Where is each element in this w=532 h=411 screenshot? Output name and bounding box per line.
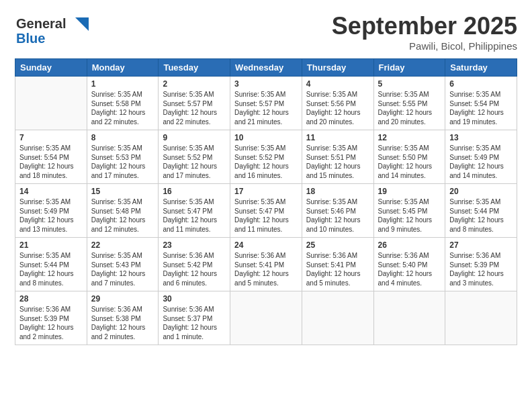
day-info: Sunrise: 5:35 AM Sunset: 5:44 PM Dayligh…	[19, 251, 83, 287]
title-block: September 2025 Pawili, Bicol, Philippine…	[332, 12, 517, 52]
day-info: Sunrise: 5:35 AM Sunset: 5:50 PM Dayligh…	[378, 144, 441, 180]
day-header-sunday: Sunday	[15, 59, 87, 77]
logo-svg: General Blue	[15, 12, 95, 47]
calendar-cell: 3Sunrise: 5:35 AM Sunset: 5:57 PM Daylig…	[230, 77, 302, 130]
calendar-cell: 27Sunrise: 5:36 AM Sunset: 5:39 PM Dayli…	[445, 238, 517, 291]
day-number: 3	[234, 79, 298, 89]
logo: General Blue	[15, 12, 95, 50]
calendar-cell: 9Sunrise: 5:35 AM Sunset: 5:52 PM Daylig…	[159, 130, 230, 184]
week-row-2: 7Sunrise: 5:35 AM Sunset: 5:54 PM Daylig…	[15, 130, 517, 184]
calendar-cell	[15, 77, 87, 130]
day-header-saturday: Saturday	[445, 59, 517, 77]
day-info: Sunrise: 5:36 AM Sunset: 5:40 PM Dayligh…	[378, 251, 441, 287]
svg-text:General: General	[16, 16, 66, 31]
week-row-4: 21Sunrise: 5:35 AM Sunset: 5:44 PM Dayli…	[15, 238, 517, 291]
calendar-cell: 5Sunrise: 5:35 AM Sunset: 5:55 PM Daylig…	[373, 77, 445, 130]
calendar-cell: 7Sunrise: 5:35 AM Sunset: 5:54 PM Daylig…	[15, 130, 87, 184]
day-header-tuesday: Tuesday	[159, 59, 230, 77]
day-number: 9	[163, 133, 226, 142]
week-row-3: 14Sunrise: 5:35 AM Sunset: 5:49 PM Dayli…	[15, 184, 517, 238]
day-info: Sunrise: 5:36 AM Sunset: 5:38 PM Dayligh…	[91, 305, 154, 341]
day-number: 30	[163, 294, 226, 304]
day-info: Sunrise: 5:35 AM Sunset: 5:46 PM Dayligh…	[306, 197, 369, 234]
day-info: Sunrise: 5:36 AM Sunset: 5:39 PM Dayligh…	[19, 305, 83, 341]
calendar-cell: 11Sunrise: 5:35 AM Sunset: 5:51 PM Dayli…	[302, 130, 373, 184]
header: General Blue September 2025 Pawili, Bico…	[15, 12, 517, 52]
day-info: Sunrise: 5:35 AM Sunset: 5:49 PM Dayligh…	[449, 144, 513, 180]
day-info: Sunrise: 5:35 AM Sunset: 5:52 PM Dayligh…	[163, 144, 226, 180]
day-number: 14	[19, 187, 83, 196]
day-header-wednesday: Wednesday	[230, 59, 302, 77]
day-info: Sunrise: 5:35 AM Sunset: 5:54 PM Dayligh…	[449, 90, 513, 126]
day-number: 22	[91, 240, 154, 250]
day-number: 16	[163, 187, 226, 196]
day-number: 24	[234, 240, 298, 250]
day-number: 8	[91, 133, 154, 142]
day-number: 27	[449, 240, 513, 250]
calendar-cell: 10Sunrise: 5:35 AM Sunset: 5:52 PM Dayli…	[230, 130, 302, 184]
day-info: Sunrise: 5:35 AM Sunset: 5:53 PM Dayligh…	[91, 144, 154, 180]
day-number: 28	[19, 294, 83, 304]
day-info: Sunrise: 5:35 AM Sunset: 5:47 PM Dayligh…	[163, 197, 226, 234]
day-number: 19	[378, 187, 441, 196]
day-info: Sunrise: 5:35 AM Sunset: 5:58 PM Dayligh…	[91, 90, 154, 126]
day-number: 15	[91, 187, 154, 196]
page: General Blue September 2025 Pawili, Bico…	[0, 0, 532, 411]
day-header-thursday: Thursday	[302, 59, 373, 77]
day-number: 20	[449, 187, 513, 196]
calendar-cell	[373, 291, 445, 345]
subtitle: Pawili, Bicol, Philippines	[332, 40, 517, 52]
day-info: Sunrise: 5:35 AM Sunset: 5:54 PM Dayligh…	[19, 144, 83, 180]
day-number: 10	[234, 133, 298, 142]
week-row-5: 28Sunrise: 5:36 AM Sunset: 5:39 PM Dayli…	[15, 291, 517, 345]
day-info: Sunrise: 5:35 AM Sunset: 5:48 PM Dayligh…	[91, 197, 154, 234]
calendar-cell: 6Sunrise: 5:35 AM Sunset: 5:54 PM Daylig…	[445, 77, 517, 130]
calendar-cell: 15Sunrise: 5:35 AM Sunset: 5:48 PM Dayli…	[87, 184, 159, 238]
svg-marker-1	[75, 17, 89, 31]
day-number: 5	[378, 79, 441, 89]
day-number: 11	[306, 133, 369, 142]
day-number: 23	[163, 240, 226, 250]
calendar-cell: 22Sunrise: 5:35 AM Sunset: 5:43 PM Dayli…	[87, 238, 159, 291]
day-info: Sunrise: 5:35 AM Sunset: 5:44 PM Dayligh…	[449, 197, 513, 234]
day-number: 13	[449, 133, 513, 142]
calendar-cell: 19Sunrise: 5:35 AM Sunset: 5:45 PM Dayli…	[373, 184, 445, 238]
day-number: 4	[306, 79, 369, 89]
calendar-cell: 1Sunrise: 5:35 AM Sunset: 5:58 PM Daylig…	[87, 77, 159, 130]
calendar-cell: 8Sunrise: 5:35 AM Sunset: 5:53 PM Daylig…	[87, 130, 159, 184]
day-info: Sunrise: 5:36 AM Sunset: 5:39 PM Dayligh…	[449, 251, 513, 287]
calendar-cell	[230, 291, 302, 345]
day-number: 26	[378, 240, 441, 250]
calendar-cell: 21Sunrise: 5:35 AM Sunset: 5:44 PM Dayli…	[15, 238, 87, 291]
calendar-cell: 23Sunrise: 5:36 AM Sunset: 5:42 PM Dayli…	[159, 238, 230, 291]
day-info: Sunrise: 5:36 AM Sunset: 5:41 PM Dayligh…	[306, 251, 369, 287]
day-number: 18	[306, 187, 369, 196]
day-number: 1	[91, 79, 154, 89]
calendar-cell: 29Sunrise: 5:36 AM Sunset: 5:38 PM Dayli…	[87, 291, 159, 345]
day-info: Sunrise: 5:35 AM Sunset: 5:56 PM Dayligh…	[306, 90, 369, 126]
day-number: 25	[306, 240, 369, 250]
svg-text:Blue: Blue	[16, 31, 45, 46]
calendar-cell	[302, 291, 373, 345]
day-number: 21	[19, 240, 83, 250]
calendar-cell: 2Sunrise: 5:35 AM Sunset: 5:57 PM Daylig…	[159, 77, 230, 130]
day-info: Sunrise: 5:35 AM Sunset: 5:57 PM Dayligh…	[163, 90, 226, 126]
day-number: 7	[19, 133, 83, 142]
calendar-cell: 18Sunrise: 5:35 AM Sunset: 5:46 PM Dayli…	[302, 184, 373, 238]
day-info: Sunrise: 5:35 AM Sunset: 5:55 PM Dayligh…	[378, 90, 441, 126]
week-row-1: 1Sunrise: 5:35 AM Sunset: 5:58 PM Daylig…	[15, 77, 517, 130]
calendar-cell: 30Sunrise: 5:36 AM Sunset: 5:37 PM Dayli…	[159, 291, 230, 345]
calendar-cell: 4Sunrise: 5:35 AM Sunset: 5:56 PM Daylig…	[302, 77, 373, 130]
day-info: Sunrise: 5:35 AM Sunset: 5:49 PM Dayligh…	[19, 197, 83, 234]
day-info: Sunrise: 5:36 AM Sunset: 5:37 PM Dayligh…	[163, 305, 226, 341]
day-info: Sunrise: 5:35 AM Sunset: 5:57 PM Dayligh…	[234, 90, 298, 126]
calendar-cell: 14Sunrise: 5:35 AM Sunset: 5:49 PM Dayli…	[15, 184, 87, 238]
day-info: Sunrise: 5:35 AM Sunset: 5:51 PM Dayligh…	[306, 144, 369, 180]
day-info: Sunrise: 5:35 AM Sunset: 5:43 PM Dayligh…	[91, 251, 154, 287]
day-number: 2	[163, 79, 226, 89]
main-title: September 2025	[332, 12, 517, 40]
calendar-cell: 16Sunrise: 5:35 AM Sunset: 5:47 PM Dayli…	[159, 184, 230, 238]
logo-text: General Blue	[15, 12, 95, 50]
day-header-friday: Friday	[373, 59, 445, 77]
day-number: 6	[449, 79, 513, 89]
